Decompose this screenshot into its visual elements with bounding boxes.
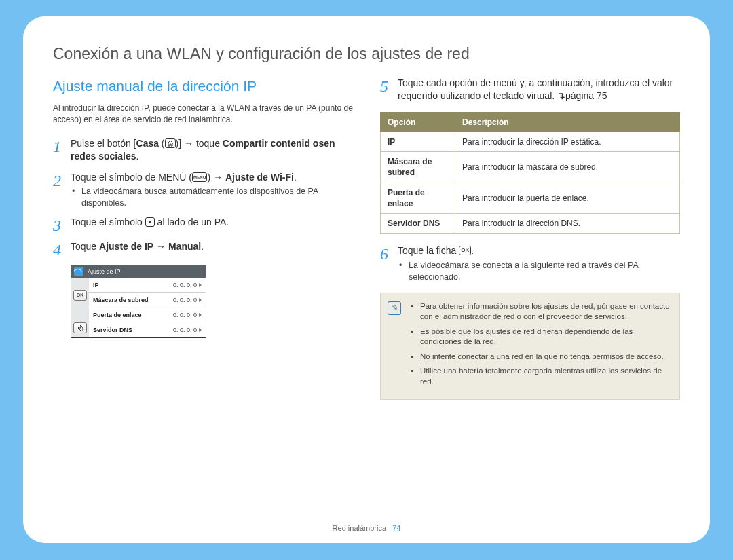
device-row[interactable]: Puerta de enlace 0. 0. 0. 0 xyxy=(89,307,206,322)
text: Ajuste de Wi-Fi xyxy=(225,172,294,183)
note-item: •Para obtener información sobre los ajus… xyxy=(411,301,670,322)
text: Toque cada opción de menú y, a continuac… xyxy=(398,77,673,101)
note-item: •Es posible que los ajustes de red difie… xyxy=(411,326,670,348)
section-title: Ajuste manual de la dirección IP xyxy=(53,77,353,96)
chevron-right-icon xyxy=(199,298,202,302)
text: ( xyxy=(159,138,165,149)
text: La videocámara se conecta a la siguiente… xyxy=(409,260,680,283)
chevron-right-icon xyxy=(199,313,202,317)
step-number: 6 xyxy=(380,244,398,283)
menu-icon: MENU xyxy=(192,172,207,182)
page-title: Conexión a una WLAN y configuración de l… xyxy=(53,43,680,64)
option-desc: Para introducir la puerta de enlace. xyxy=(455,183,680,213)
device-row[interactable]: IP 0. 0. 0. 0 xyxy=(89,278,206,293)
manual-page: Conexión a una WLAN y configuración de l… xyxy=(23,16,710,543)
arrow-right-icon: → xyxy=(213,172,223,183)
back-button[interactable] xyxy=(73,322,87,333)
device-title: Ajuste de IP xyxy=(88,267,121,276)
text: Es posible que los ajustes de red difier… xyxy=(420,326,670,348)
text: )] xyxy=(176,138,184,149)
row-value: 0. 0. 0. 0 xyxy=(173,296,197,304)
row-label: Servidor DNS xyxy=(93,326,132,334)
ok-button[interactable]: OK xyxy=(73,290,87,301)
device-row[interactable]: Máscara de subred 0. 0. 0. 0 xyxy=(89,293,206,307)
table-row: Servidor DNS Para introducir la direcció… xyxy=(381,213,680,233)
step-4: 4 Toque Ajuste de IP → Manual. xyxy=(53,240,353,258)
left-column: Ajuste manual de la dirección IP Al intr… xyxy=(53,77,353,400)
intro-text: Al introducir la dirección IP, puede con… xyxy=(53,102,353,124)
row-value: 0. 0. 0. 0 xyxy=(173,326,197,334)
step-2: 2 Toque el símbolo de MENÚ (MENU) → Ajus… xyxy=(53,171,353,210)
step-number: 4 xyxy=(53,240,71,258)
text: Toque el símbolo de MENÚ ( xyxy=(71,172,192,183)
step-3: 3 Toque el símbolo al lado de un PA. xyxy=(53,216,353,234)
step-number: 5 xyxy=(380,77,398,104)
text: Pulse el botón [ xyxy=(71,138,136,149)
row-value: 0. 0. 0. 0 xyxy=(173,281,197,289)
option-name: Servidor DNS xyxy=(381,213,455,233)
text: al lado de un PA. xyxy=(155,217,229,227)
note-item: •No intente conectar a una red en la que… xyxy=(411,352,670,362)
note-box: ✎ •Para obtener información sobre los aj… xyxy=(380,293,680,400)
row-value: 0. 0. 0. 0 xyxy=(173,311,197,319)
option-name: Puerta de enlace xyxy=(381,183,455,213)
row-label: Máscara de subred xyxy=(93,296,149,304)
text: ) xyxy=(207,172,213,183)
text: toque xyxy=(193,138,223,149)
footer-section: Red inalámbrica xyxy=(333,524,386,532)
page-reference: página 75 xyxy=(565,90,607,101)
table-row: Puerta de enlace Para introducir la puer… xyxy=(381,183,680,213)
step-number: 2 xyxy=(53,171,71,210)
text: Para obtener información sobre los ajust… xyxy=(420,301,670,322)
sub-bullet: • La videocámara se conecta a la siguien… xyxy=(399,260,680,283)
right-column: 5 Toque cada opción de menú y, a continu… xyxy=(380,77,680,400)
text: No intente conectar a una red en la que … xyxy=(420,352,664,362)
text: Manual xyxy=(168,241,201,252)
col-header-option: Opción xyxy=(381,112,455,132)
home-icon xyxy=(165,138,176,148)
text: . xyxy=(201,241,204,252)
chevron-right-icon xyxy=(145,217,155,227)
wifi-icon xyxy=(74,267,83,276)
arrow-right-icon: → xyxy=(184,138,193,149)
step-number: 3 xyxy=(53,216,71,234)
page-number: 74 xyxy=(392,524,400,532)
note-item: •Utilice una batería totalmente cargada … xyxy=(411,366,670,387)
text: Utilice una batería totalmente cargada m… xyxy=(420,366,670,387)
option-desc: Para introducir la máscara de subred. xyxy=(455,152,680,183)
step-5: 5 Toque cada opción de menú y, a continu… xyxy=(380,77,680,104)
text: Toque el símbolo xyxy=(71,217,145,227)
reference-arrow-icon: ↴ xyxy=(557,90,565,101)
table-row: Máscara de subred Para introducir la más… xyxy=(381,152,680,183)
text: Toque la ficha xyxy=(398,245,459,256)
option-name: IP xyxy=(381,132,455,152)
device-header: Ajuste de IP xyxy=(71,265,206,278)
options-table: Opción Descripción IP Para introducir la… xyxy=(380,112,680,234)
text: Casa xyxy=(136,138,159,149)
text: La videocámara busca automáticamente los… xyxy=(81,186,353,209)
option-desc: Para introducir la dirección DNS. xyxy=(455,213,680,233)
step-1: 1 Pulse el botón [Casa ()] → toque Compa… xyxy=(53,137,353,164)
text: Ajuste de IP xyxy=(99,241,153,252)
sub-bullet: • La videocámara busca automáticamente l… xyxy=(72,186,353,209)
text: . xyxy=(294,172,297,183)
device-screenshot: Ajuste de IP OK IP 0. 0. 0. 0 xyxy=(71,265,206,338)
row-label: IP xyxy=(93,281,99,289)
chevron-right-icon xyxy=(199,328,202,332)
table-row: IP Para introducir la dirección IP estát… xyxy=(381,132,680,152)
device-row[interactable]: Servidor DNS 0. 0. 0. 0 xyxy=(89,322,206,337)
page-footer: Red inalámbrica 74 xyxy=(23,523,710,534)
option-name: Máscara de subred xyxy=(381,152,455,183)
device-rows: IP 0. 0. 0. 0 Máscara de subred 0. 0. 0.… xyxy=(89,278,206,337)
step-number: 1 xyxy=(53,137,71,164)
text: Toque xyxy=(71,241,99,252)
note-icon: ✎ xyxy=(388,301,407,392)
col-header-description: Descripción xyxy=(455,112,680,132)
text: . xyxy=(136,151,139,162)
text: . xyxy=(471,245,474,256)
arrow-right-icon: → xyxy=(156,241,166,252)
ok-icon: OK xyxy=(459,246,471,255)
option-desc: Para introducir la dirección IP estática… xyxy=(455,132,680,152)
row-label: Puerta de enlace xyxy=(93,311,142,319)
chevron-right-icon xyxy=(199,283,202,287)
